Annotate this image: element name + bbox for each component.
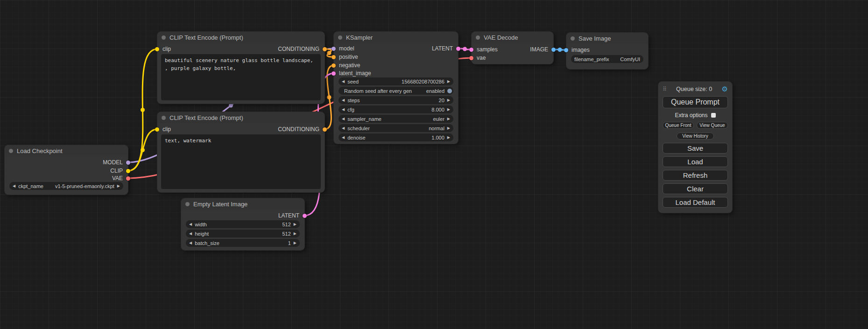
node-load-checkpoint[interactable]: Load Checkpoint MODEL CLIP VAE ◀ ckpt_na… <box>5 145 128 195</box>
clip-input-slot[interactable] <box>155 47 159 51</box>
slot-row: model <box>332 45 354 52</box>
wire-midpoint-dot <box>463 47 467 51</box>
next-arrow-icon[interactable]: ▶ <box>447 126 450 130</box>
collapse-dot[interactable] <box>162 35 166 40</box>
clip-output-slot[interactable] <box>126 169 130 173</box>
increment-arrow-icon[interactable]: ▶ <box>294 232 296 236</box>
view-queue-button[interactable]: View Queue <box>697 122 728 129</box>
prev-arrow-icon[interactable]: ◀ <box>13 184 15 188</box>
vae-output-slot[interactable] <box>126 176 130 181</box>
node-empty-latent-image[interactable]: Empty Latent Image LATENT ◀ width 512 ▶ … <box>181 198 304 250</box>
positive-prompt-textarea[interactable]: beautiful scenery nature glass bottle la… <box>161 54 321 100</box>
wire-midpoint-dot <box>327 51 332 55</box>
conditioning-output-slot[interactable] <box>323 47 327 51</box>
vae-input-slot[interactable] <box>469 56 473 60</box>
collapse-dot[interactable] <box>162 116 166 120</box>
scheduler-widget[interactable]: ◀ scheduler normal ▶ <box>339 124 453 132</box>
increment-arrow-icon[interactable]: ▶ <box>447 80 450 84</box>
images-input-slot[interactable] <box>564 48 568 52</box>
widget-value: euler <box>433 116 444 122</box>
denoise-widget[interactable]: ◀ denoise 1.000 ▶ <box>339 133 453 141</box>
node-title-bar[interactable]: Save Image <box>566 33 648 44</box>
node-title-bar[interactable]: KSampler <box>334 32 458 43</box>
widget-label: steps <box>347 98 436 103</box>
collapse-dot[interactable] <box>185 202 190 206</box>
extra-options-checkbox[interactable] <box>711 113 716 118</box>
load-default-button[interactable]: Load Default <box>663 197 728 208</box>
cfg-widget[interactable]: ◀ cfg 8.000 ▶ <box>339 105 453 113</box>
image-output-slot[interactable] <box>551 48 556 52</box>
clear-button[interactable]: Clear <box>663 183 728 194</box>
ckpt-name-widget[interactable]: ◀ ckpt_name v1-5-pruned-emaonly.ckpt ▶ <box>9 182 123 190</box>
collapse-dot[interactable] <box>571 36 575 41</box>
latent-image-input-slot[interactable] <box>332 71 336 76</box>
view-history-row: View History <box>663 131 728 140</box>
seed-widget[interactable]: ◀ seed 156680208700286 ▶ <box>339 77 453 85</box>
steps-widget[interactable]: ◀ steps 20 ▶ <box>339 96 453 104</box>
increment-arrow-icon[interactable]: ▶ <box>447 136 450 140</box>
increment-arrow-icon[interactable]: ▶ <box>447 98 450 102</box>
collapse-dot[interactable] <box>9 149 13 153</box>
slot-row: images <box>564 46 590 54</box>
node-clip-text-encode-negative[interactable]: CLIP Text Encode (Prompt) clip CONDITION… <box>157 112 325 192</box>
decrement-arrow-icon[interactable]: ◀ <box>342 136 345 140</box>
node-ksampler[interactable]: KSampler model positive negative latent_… <box>334 32 458 144</box>
clip-input-slot[interactable] <box>155 127 159 132</box>
batch-size-widget[interactable]: ◀ batch_size 1 ▶ <box>186 239 300 247</box>
save-button[interactable]: Save <box>663 143 728 154</box>
positive-input-slot[interactable] <box>332 55 336 59</box>
latent-output-slot[interactable] <box>303 214 307 218</box>
next-arrow-icon[interactable]: ▶ <box>447 117 450 121</box>
decrement-arrow-icon[interactable]: ◀ <box>189 223 192 226</box>
node-clip-text-encode-positive[interactable]: CLIP Text Encode (Prompt) clip CONDITION… <box>157 32 325 104</box>
view-history-button[interactable]: View History <box>677 133 713 140</box>
negative-prompt-textarea[interactable]: text, watermark <box>161 134 321 189</box>
next-arrow-icon[interactable]: ▶ <box>117 184 120 188</box>
prev-arrow-icon[interactable]: ◀ <box>342 126 345 130</box>
queue-prompt-button[interactable]: Queue Prompt <box>663 96 728 108</box>
width-widget[interactable]: ◀ width 512 ▶ <box>186 220 300 228</box>
extra-options-label: Extra options <box>675 112 707 119</box>
widget-value: 8.000 <box>431 107 445 112</box>
settings-gear-icon[interactable]: ⚙ <box>722 85 728 93</box>
conditioning-output-slot[interactable] <box>323 127 327 132</box>
node-vae-decode[interactable]: VAE Decode samples vae IMAGE <box>472 32 553 64</box>
collapse-dot[interactable] <box>476 35 480 40</box>
height-widget[interactable]: ◀ height 512 ▶ <box>186 230 300 238</box>
drag-handle-icon[interactable]: ⠿ <box>663 86 667 92</box>
decrement-arrow-icon[interactable]: ◀ <box>189 232 192 236</box>
menu-panel: ⠿ Queue size: 0 ⚙ Queue Prompt Extra opt… <box>658 82 732 213</box>
node-canvas[interactable]: Load Checkpoint MODEL CLIP VAE ◀ ckpt_na… <box>0 0 868 329</box>
refresh-button[interactable]: Refresh <box>663 170 728 181</box>
random-seed-widget[interactable]: Random seed after every gen enabled <box>339 87 453 95</box>
node-title-bar[interactable]: VAE Decode <box>472 32 553 43</box>
latent-output-slot[interactable] <box>456 47 460 51</box>
node-title-bar[interactable]: Empty Latent Image <box>181 198 304 210</box>
queue-front-button[interactable]: Queue Front <box>663 122 694 129</box>
node-title-bar[interactable]: CLIP Text Encode (Prompt) <box>157 32 325 43</box>
prev-arrow-icon[interactable]: ◀ <box>342 117 345 121</box>
slot-row: negative <box>332 62 360 69</box>
sampler-name-widget[interactable]: ◀ sampler_name euler ▶ <box>339 115 453 123</box>
filename-prefix-widget[interactable]: filename_prefix ComfyUI <box>571 55 643 63</box>
node-title-bar[interactable]: CLIP Text Encode (Prompt) <box>157 112 325 123</box>
samples-input-slot[interactable] <box>469 48 473 52</box>
output-label: CONDITIONING <box>278 126 319 133</box>
decrement-arrow-icon[interactable]: ◀ <box>342 80 345 84</box>
collapse-dot[interactable] <box>338 35 342 40</box>
load-button[interactable]: Load <box>663 156 728 167</box>
increment-arrow-icon[interactable]: ▶ <box>294 241 296 245</box>
node-title: CLIP Text Encode (Prompt) <box>169 114 243 121</box>
wire-midpoint-dot <box>558 48 562 52</box>
decrement-arrow-icon[interactable]: ◀ <box>342 108 345 112</box>
random-seed-toggle-dot[interactable] <box>447 89 452 93</box>
increment-arrow-icon[interactable]: ▶ <box>447 108 450 112</box>
model-input-slot[interactable] <box>332 47 336 51</box>
node-title-bar[interactable]: Load Checkpoint <box>5 145 128 156</box>
decrement-arrow-icon[interactable]: ◀ <box>342 98 345 102</box>
increment-arrow-icon[interactable]: ▶ <box>294 223 296 226</box>
model-output-slot[interactable] <box>126 161 130 165</box>
decrement-arrow-icon[interactable]: ◀ <box>189 241 192 245</box>
negative-input-slot[interactable] <box>332 63 336 68</box>
node-save-image[interactable]: Save Image images filename_prefix ComfyU… <box>566 33 648 69</box>
